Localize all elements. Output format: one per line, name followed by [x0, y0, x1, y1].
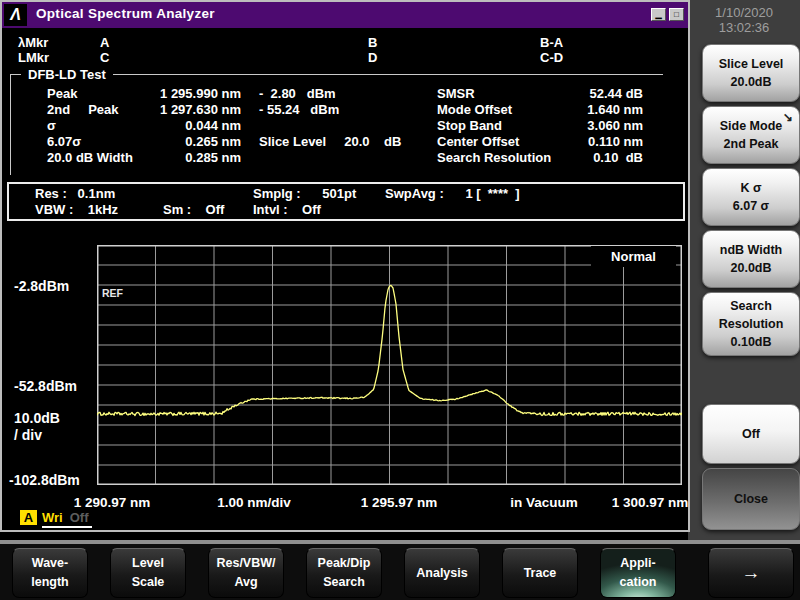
x-center-label: 1 295.97 nm: [361, 495, 438, 510]
param-label: 20.0 dB Width: [47, 150, 133, 165]
param-label: 6.07σ: [47, 134, 81, 149]
x-div-label: 1.00 nm/div: [217, 495, 291, 510]
time-display: 13:02:36: [688, 20, 800, 35]
softkey-close[interactable]: Close: [702, 468, 800, 530]
level-marker-label: LMkr: [18, 50, 49, 65]
softkey-value: 2nd Peak: [724, 135, 779, 153]
trace-letter-badge: A: [20, 510, 37, 525]
param-value: 0.10 dB: [533, 150, 643, 165]
nav-trace-button[interactable]: Trace: [502, 548, 578, 598]
vacuum-label: in Vacuum: [510, 495, 578, 510]
param-label: σ: [47, 118, 56, 133]
analysis-title: DFB-LD Test: [21, 67, 113, 82]
anritsu-logo-icon: Λ: [4, 4, 27, 26]
nav-label: Wave-: [32, 554, 68, 573]
softkey-off[interactable]: Off: [702, 404, 800, 464]
softkey-k-sigma[interactable]: K σ 6.07 σ: [702, 168, 800, 226]
param-label: Peak: [47, 86, 77, 101]
trace-memory-indicator: A WriOff: [20, 510, 92, 528]
softkey-value: 0.10dB: [731, 333, 772, 351]
slice-level-readout: Slice Level 20.0 dB: [259, 134, 401, 149]
result-row-ndb-width: 20.0 dB Width 0.285 nm Search Resolution…: [11, 150, 663, 166]
nav-application-button[interactable]: Appli- cation: [600, 548, 676, 598]
osa-screen: 1/10/2020 13:02:36 Slice Level 20.0dB ↘ …: [0, 0, 800, 600]
nav-level-scale-button[interactable]: Level Scale: [110, 548, 186, 598]
resolution-setting: Res : 0.1nm: [35, 186, 115, 201]
param-level: - 2.80 dBm: [259, 86, 336, 101]
param-value: 1.640 nm: [533, 102, 643, 117]
softkey-value: 20.0dB: [731, 73, 772, 91]
title-bar[interactable]: Λ Optical Spectrum Analyzer ▁ □: [2, 2, 688, 28]
nav-label: Avg: [234, 573, 257, 592]
nav-analysis-button[interactable]: Analysis: [404, 548, 480, 598]
y-ref-level-label: -2.8dBm: [14, 278, 69, 294]
param-label: SMSR: [437, 86, 475, 101]
marker-b-a: B-A: [540, 35, 563, 50]
trace-off-label: Off: [70, 510, 89, 525]
result-row-peak: Peak 1 295.990 nm - 2.80 dBm SMSR 52.44 …: [11, 86, 663, 102]
softkey-ndb-width[interactable]: ndB Width 20.0dB: [702, 230, 800, 288]
nav-label: Trace: [524, 564, 557, 583]
softkey-search-resolution[interactable]: Search Resolution 0.10dB: [702, 292, 800, 356]
param-wavelength: 0.265 nm: [141, 134, 241, 149]
param-label: Stop Band: [437, 118, 502, 133]
softkey-label: Slice Level: [719, 55, 784, 73]
marker-c: C: [100, 50, 109, 65]
interval-setting: Intvl : Off: [253, 202, 321, 217]
marker-row-level: LMkr C D C-D: [2, 50, 692, 65]
minimize-icon: ▁: [655, 10, 661, 19]
smoothing-setting: Sm : Off: [163, 202, 224, 217]
softkey-value: 6.07 σ: [733, 197, 769, 215]
trace-mode-badge: Normal: [591, 246, 676, 267]
result-row-sigma: σ 0.044 nm Stop Band 3.060 nm: [11, 118, 663, 134]
y-scale-label: 10.0dB: [14, 410, 60, 426]
submenu-arrow-icon: ↘: [783, 109, 793, 126]
lambda-marker-label: λMkr: [18, 35, 48, 50]
softkey-label: Search Resolution: [703, 297, 799, 333]
minimize-button[interactable]: ▁: [651, 8, 666, 21]
result-row-2nd-peak: 2nd Peak 1 297.630 nm - 55.24 dBm Mode O…: [11, 102, 663, 118]
nav-peak-dip-search-button[interactable]: Peak/Dip Search: [306, 548, 382, 598]
softkey-label: ndB Width: [720, 241, 782, 259]
marker-b: B: [368, 35, 377, 50]
sweep-settings-box: Res : 0.1nm Smplg : 501pt SwpAvg : 1 [ *…: [7, 182, 685, 221]
nav-more-arrow-button[interactable]: →: [708, 548, 794, 598]
spectrum-chart: REF Normal: [97, 245, 682, 485]
softkey-label: Side Mode: [720, 117, 783, 135]
nav-label: length: [31, 573, 69, 592]
param-value: 3.060 nm: [533, 118, 643, 133]
vbw-setting: VBW : 1kHz: [35, 202, 118, 217]
x-stop-label: 1 300.97 nm: [612, 495, 689, 510]
softkey-slice-level[interactable]: Slice Level 20.0dB: [702, 44, 800, 102]
param-wavelength: 0.285 nm: [141, 150, 241, 165]
softkey-label: Off: [742, 425, 760, 443]
param-label: Mode Offset: [437, 102, 512, 117]
right-arrow-icon: →: [742, 559, 761, 588]
ref-marker-label: REF: [102, 287, 123, 299]
param-level: - 55.24 dBm: [259, 102, 339, 117]
maximize-button[interactable]: □: [669, 8, 684, 21]
x-start-label: 1 290.97 nm: [74, 495, 151, 510]
trace-write-label: Wri: [42, 510, 63, 525]
softkey-value: 20.0dB: [731, 259, 772, 277]
date-display: 1/10/2020: [688, 5, 800, 20]
result-row-ksigma: 6.07σ 0.265 nm Slice Level 20.0 dB Cente…: [11, 134, 663, 150]
nav-label: Res/VBW/: [216, 554, 275, 573]
param-wavelength: 1 295.990 nm: [141, 86, 241, 101]
nav-label: Analysis: [416, 564, 467, 583]
sweep-average-setting: SwpAvg : 1 [ **** ]: [385, 186, 520, 201]
nav-label: Search: [323, 573, 365, 592]
nav-wavelength-button[interactable]: Wave- length: [12, 548, 88, 598]
sampling-setting: Smplg : 501pt: [253, 186, 356, 201]
softkey-label: Close: [734, 490, 768, 508]
nav-label: cation: [620, 573, 657, 592]
dfb-ld-test-group: DFB-LD Test Peak 1 295.990 nm - 2.80 dBm…: [10, 74, 663, 175]
param-wavelength: 0.044 nm: [141, 118, 241, 133]
nav-res-vbw-avg-button[interactable]: Res/VBW/ Avg: [208, 548, 284, 598]
main-window: Λ Optical Spectrum Analyzer ▁ □ λMkr A B…: [0, 0, 690, 532]
param-wavelength: 1 297.630 nm: [141, 102, 241, 117]
param-label: Center Offset: [437, 134, 519, 149]
softkey-side-mode[interactable]: ↘ Side Mode 2nd Peak: [702, 106, 800, 164]
marker-c-d: C-D: [540, 50, 563, 65]
y-scale-unit-label: / div: [14, 427, 42, 443]
